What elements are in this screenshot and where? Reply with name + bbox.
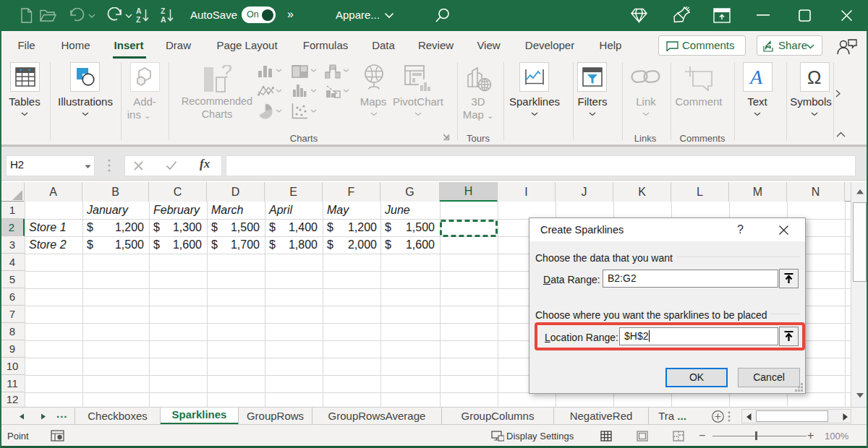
svg-text:A: A [749,67,763,86]
svg-text:A: A [161,15,166,24]
svg-text:Ω: Ω [807,67,821,86]
svg-text:Z: Z [136,15,141,24]
svg-text:?: ? [221,65,232,82]
svg-text:Z: Z [161,7,166,15]
svg-text:A: A [136,7,142,15]
